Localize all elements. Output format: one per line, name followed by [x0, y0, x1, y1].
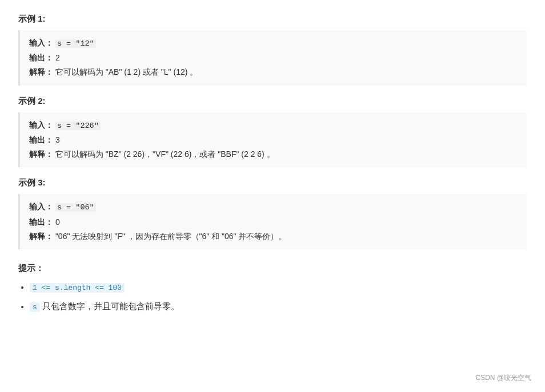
- example-2-explain-label: 解释：: [29, 149, 53, 159]
- example-1-input-label: 输入：: [29, 38, 53, 47]
- example-1-explain-row: 解释： 它可以解码为 "AB" (1 2) 或者 "L" (12) 。: [29, 65, 518, 79]
- example-2-block: 输入： s = "226" 输出： 3 解释： 它可以解码为 "BZ" (2 2…: [18, 112, 527, 168]
- example-3-output-row: 输出： 0: [29, 215, 518, 229]
- example-3-input-label: 输入：: [29, 202, 53, 211]
- example-2-input-row: 输入： s = "226": [29, 118, 518, 133]
- example-3-block: 输入： s = "06" 输出： 0 解释： "06" 无法映射到 "F" ，因…: [18, 194, 527, 249]
- example-2-input-value: s = "226": [55, 122, 101, 130]
- example-2-input-label: 输入：: [29, 120, 53, 130]
- hint-item-2: s 只包含数字，并且可能包含前导零。: [30, 299, 527, 314]
- watermark: CSDN @咬光空气: [475, 373, 531, 383]
- example-1-output-value: 2: [55, 53, 60, 62]
- hint-title: 提示：: [18, 263, 527, 274]
- example-1-input-value: s = "12": [55, 39, 96, 48]
- hint-section: 提示： 1 <= s.length <= 100 s 只包含数字，并且可能包含前…: [18, 263, 527, 314]
- example-3-explain-label: 解释：: [29, 232, 53, 241]
- hint-item-1: 1 <= s.length <= 100: [30, 280, 527, 294]
- example-2-output-row: 输出： 3: [29, 133, 518, 147]
- example-3-container: 示例 3: 输入： s = "06" 输出： 0 解释： "06" 无法映射到 …: [18, 177, 527, 249]
- example-1-block: 输入： s = "12" 输出： 2 解释： 它可以解码为 "AB" (1 2)…: [18, 30, 527, 86]
- example-1-container: 示例 1: 输入： s = "12" 输出： 2 解释： 它可以解码为 "AB"…: [18, 14, 527, 86]
- example-2-title: 示例 2:: [18, 96, 527, 107]
- example-1-title: 示例 1:: [18, 14, 527, 25]
- example-1-input-row: 输入： s = "12": [29, 36, 518, 51]
- example-1-explain-text: 它可以解码为 "AB" (1 2) 或者 "L" (12) 。: [55, 67, 198, 76]
- hint-list: 1 <= s.length <= 100 s 只包含数字，并且可能包含前导零。: [18, 280, 527, 314]
- example-2-output-label: 输出：: [29, 135, 53, 144]
- hint-item-1-code: 1 <= s.length <= 100: [30, 283, 125, 293]
- example-3-explain-text: "06" 无法映射到 "F" ，因为存在前导零（"6" 和 "06" 并不等价）…: [55, 232, 287, 241]
- example-3-output-label: 输出：: [29, 217, 53, 227]
- example-2-explain-text: 它可以解码为 "BZ" (2 26)，"VF" (22 6)，或者 "BBF" …: [55, 149, 275, 159]
- example-1-explain-label: 解释：: [29, 67, 53, 76]
- example-3-explain-row: 解释： "06" 无法映射到 "F" ，因为存在前导零（"6" 和 "06" 并…: [29, 229, 518, 244]
- example-3-title: 示例 3:: [18, 177, 527, 188]
- hint-item-2-text: 只包含数字，并且可能包含前导零。: [40, 302, 179, 311]
- example-3-output-value: 0: [55, 217, 60, 227]
- example-2-output-value: 3: [55, 135, 60, 144]
- example-2-container: 示例 2: 输入： s = "226" 输出： 3 解释： 它可以解码为 "BZ…: [18, 96, 527, 168]
- example-1-output-label: 输出：: [29, 53, 53, 62]
- example-3-input-row: 输入： s = "06": [29, 200, 518, 215]
- example-1-output-row: 输出： 2: [29, 51, 518, 65]
- hint-item-2-code: s: [30, 302, 40, 312]
- example-2-explain-row: 解释： 它可以解码为 "BZ" (2 26)，"VF" (22 6)，或者 "B…: [29, 147, 518, 161]
- example-3-input-value: s = "06": [55, 203, 96, 212]
